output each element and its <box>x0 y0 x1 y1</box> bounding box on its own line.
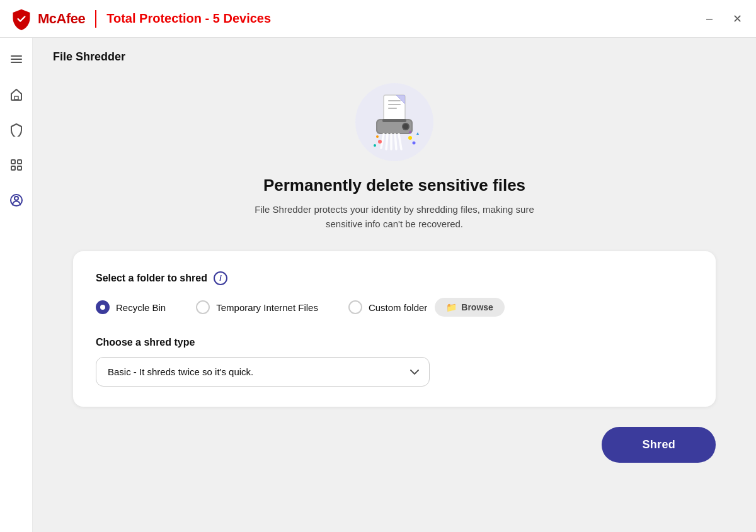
hero-section: Permanently delete sensitive files File … <box>237 81 552 231</box>
sidebar-item-home[interactable] <box>5 83 28 106</box>
shred-button-container: Shred <box>53 417 736 463</box>
svg-point-9 <box>14 196 18 200</box>
home-icon <box>9 88 23 101</box>
folder-section-label: Select a folder to shred i <box>96 271 693 285</box>
hero-title: Permanently delete sensitive files <box>263 176 525 195</box>
svg-rect-13 <box>388 104 401 105</box>
svg-rect-6 <box>11 166 15 170</box>
menu-icon <box>9 52 23 66</box>
app-title: Total Protection - 5 Devices <box>106 11 271 26</box>
svg-point-26 <box>408 136 412 140</box>
protection-shield-icon <box>9 123 23 137</box>
browse-label: Browse <box>461 302 493 312</box>
select-folder-label: Select a folder to shred <box>96 273 207 284</box>
sidebar-item-account[interactable] <box>5 189 28 212</box>
apps-icon <box>9 158 23 172</box>
main-content: Permanently delete sensitive files File … <box>33 71 756 532</box>
svg-rect-3 <box>14 96 18 99</box>
svg-line-23 <box>395 134 396 149</box>
svg-rect-17 <box>382 119 406 122</box>
options-card: Select a folder to shred i Recycle Bin T… <box>73 251 716 407</box>
temp-files-label: Temporary Internet Files <box>216 302 318 313</box>
temp-files-option[interactable]: Temporary Internet Files <box>196 300 318 314</box>
minimize-button[interactable]: – <box>701 10 718 28</box>
shred-type-label: Choose a shred type <box>96 337 693 348</box>
close-button[interactable]: ✕ <box>728 10 746 28</box>
mcafee-logo: McAfee <box>10 8 85 30</box>
svg-rect-7 <box>18 166 21 170</box>
content-area: File Shredder <box>33 38 756 532</box>
sidebar-item-apps[interactable] <box>5 154 28 176</box>
svg-point-29 <box>374 144 376 147</box>
mcafee-brand-name: McAfee <box>38 11 85 27</box>
svg-rect-14 <box>388 108 397 109</box>
recycle-bin-option[interactable]: Recycle Bin <box>96 300 166 314</box>
title-divider <box>95 10 96 28</box>
browse-button[interactable]: 📁 Browse <box>435 298 505 317</box>
folder-radio-group: Recycle Bin Temporary Internet Files Cus… <box>96 298 693 317</box>
sidebar-item-protection[interactable] <box>5 118 28 141</box>
hero-subtitle: File Shredder protects your identity by … <box>237 203 552 231</box>
custom-folder-radio-option[interactable]: Custom folder <box>348 300 427 314</box>
browse-folder-icon: 📁 <box>446 302 457 312</box>
shred-type-select[interactable]: Basic - It shreds twice so it's quick. E… <box>96 357 430 387</box>
svg-point-19 <box>403 124 408 129</box>
recycle-bin-label: Recycle Bin <box>116 302 166 313</box>
svg-rect-4 <box>11 160 15 164</box>
account-icon <box>9 193 23 207</box>
svg-point-27 <box>413 142 416 145</box>
folder-info-icon[interactable]: i <box>214 271 227 285</box>
sidebar <box>0 38 33 532</box>
shred-button[interactable]: Shred <box>602 427 716 463</box>
recycle-bin-radio[interactable] <box>96 300 110 314</box>
custom-folder-radio[interactable] <box>348 300 362 314</box>
temp-files-radio[interactable] <box>196 300 210 314</box>
sidebar-item-menu[interactable] <box>5 48 28 71</box>
main-layout: File Shredder <box>0 38 756 532</box>
title-bar-left: McAfee Total Protection - 5 Devices <box>10 8 271 30</box>
svg-point-25 <box>378 140 382 144</box>
svg-line-21 <box>386 134 387 149</box>
title-bar-controls: – ✕ <box>701 10 746 28</box>
shredder-illustration <box>353 81 435 163</box>
custom-folder-option: Custom folder 📁 Browse <box>348 298 505 317</box>
custom-folder-label: Custom folder <box>369 302 427 313</box>
svg-rect-12 <box>388 100 401 101</box>
page-header: File Shredder <box>33 38 756 71</box>
page-title: File Shredder <box>53 50 125 63</box>
mcafee-shield-icon <box>10 8 33 30</box>
svg-point-28 <box>376 135 379 138</box>
title-bar: McAfee Total Protection - 5 Devices – ✕ <box>0 0 756 38</box>
svg-rect-5 <box>18 160 21 164</box>
